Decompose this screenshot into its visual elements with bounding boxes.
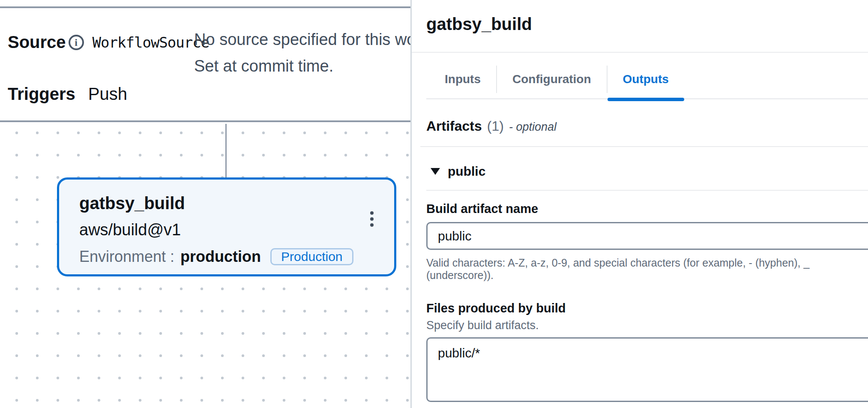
- action-details-panel: gatbsy_build Inputs Configuration Output…: [410, 0, 868, 408]
- source-name: WorkflowSource: [93, 34, 210, 51]
- artifacts-section-heading: Artifacts (1) - optional: [426, 118, 868, 134]
- triggers-value: Push: [88, 84, 127, 104]
- collapse-triangle-icon: [431, 168, 440, 175]
- artifacts-optional-flag: - optional: [509, 120, 557, 134]
- environment-badge: Production: [270, 248, 353, 265]
- node-actions-menu-button[interactable]: [370, 211, 374, 227]
- artifacts-heading-text: Artifacts: [426, 118, 482, 134]
- artifact-expandable-label: public: [448, 164, 485, 179]
- panel-title: gatbsy_build: [426, 15, 868, 34]
- node-title: gatbsy_build: [79, 194, 353, 213]
- artifact-name-input[interactable]: [426, 222, 868, 250]
- node-environment-row: Environment : production Production: [79, 248, 353, 266]
- artifacts-count: (1): [487, 118, 504, 134]
- files-description: Specify build artifacts.: [426, 319, 868, 332]
- expandable-divider: [426, 190, 868, 191]
- environment-label: Environment :: [79, 248, 174, 266]
- action-node-gatbsy-build[interactable]: gatbsy_build aws/build@v1 Environment : …: [57, 177, 396, 276]
- files-textarea[interactable]: public/*: [426, 337, 868, 402]
- files-label: Files produced by build: [426, 301, 868, 315]
- section-divider: [420, 146, 868, 147]
- source-label: Source: [8, 33, 66, 52]
- panel-title-divider: [412, 52, 868, 53]
- triggers-row: Triggers Push: [8, 84, 127, 104]
- tab-outputs[interactable]: Outputs: [608, 60, 684, 98]
- workflow-properties-header: Source i WorkflowSource No source specif…: [0, 6, 410, 122]
- artifact-expandable-header[interactable]: public: [431, 164, 868, 179]
- source-description-line1: No source specified for this workflow.: [194, 26, 410, 53]
- node-action-type: aws/build@v1: [79, 221, 353, 239]
- artifact-name-label: Build artifact name: [426, 202, 868, 216]
- kebab-menu-icon: [370, 211, 374, 215]
- panel-tabs: Inputs Configuration Outputs: [429, 60, 868, 98]
- source-to-action-connector: [225, 124, 227, 178]
- artifact-name-constraint: Valid characters: A-Z, a-z, 0-9, and spe…: [426, 257, 868, 282]
- source-description: No source specified for this workflow. S…: [194, 26, 410, 79]
- source-row: Source i WorkflowSource: [8, 33, 209, 52]
- tab-inputs[interactable]: Inputs: [429, 60, 496, 98]
- info-icon[interactable]: i: [69, 35, 84, 50]
- workflow-canvas[interactable]: Source i WorkflowSource No source specif…: [0, 0, 410, 408]
- triggers-label: Triggers: [8, 84, 75, 104]
- node-content: gatbsy_build aws/build@v1 Environment : …: [79, 194, 353, 266]
- source-description-line2: Set at commit time.: [194, 53, 410, 79]
- tab-configuration[interactable]: Configuration: [497, 60, 607, 98]
- environment-value: production: [180, 248, 261, 266]
